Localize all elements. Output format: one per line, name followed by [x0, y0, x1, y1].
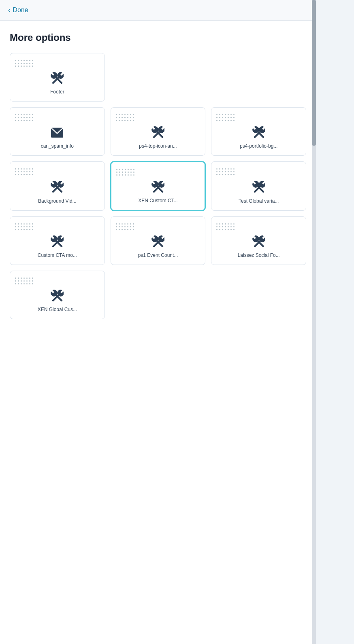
module-card-ps1-event[interactable]: ps1 Event Count... — [111, 216, 206, 265]
back-button[interactable]: ‹ Done — [8, 6, 28, 14]
tools-icon — [252, 235, 265, 248]
module-card-background-vid[interactable]: Background Vid... — [10, 161, 105, 211]
tools-icon — [252, 180, 265, 194]
tools-icon — [151, 126, 164, 139]
module-card-footer[interactable]: Footer — [10, 53, 105, 102]
drag-handle — [216, 114, 235, 121]
module-row-2: Background Vid... XEN Custom CT... — [10, 161, 306, 211]
module-label-bg-vid: Background Vid... — [38, 198, 77, 205]
drag-handle — [216, 168, 235, 176]
module-card-custom-cta[interactable]: Custom CTA mo... — [10, 216, 105, 265]
module-card-can-spam-info[interactable]: can_spam_info — [10, 107, 105, 156]
tools-icon — [151, 235, 164, 248]
module-label-test-global: Test Global varia... — [239, 198, 279, 205]
tools-icon — [51, 180, 64, 194]
drag-handle — [216, 223, 235, 231]
module-card-ps4-portfolio[interactable]: ps4-portfolio-bg... — [211, 107, 306, 156]
module-label-can-spam: can_spam_info — [41, 143, 74, 150]
scrollbar[interactable] — [312, 0, 316, 644]
module-label-ps4-top: ps4-top-icon-an... — [139, 143, 177, 150]
drag-handle — [15, 278, 34, 285]
module-card-laissez-social[interactable]: Laissez Social Fo... — [211, 216, 306, 265]
module-label-ps4-portfolio: ps4-portfolio-bg... — [240, 143, 277, 150]
drag-handle — [116, 114, 134, 121]
tools-icon — [51, 235, 64, 248]
main-content: More options Footer — [0, 21, 316, 336]
email-icon — [51, 126, 64, 139]
module-label-xen-global: XEN Global Cus... — [38, 307, 77, 313]
tools-icon — [51, 72, 64, 85]
module-label-footer: Footer — [50, 89, 64, 95]
module-card-ps4-top-icon[interactable]: ps4-top-icon-an... — [111, 107, 206, 156]
drag-handle — [116, 223, 134, 231]
back-label: Done — [13, 6, 28, 14]
drag-handle — [15, 114, 34, 121]
page-wrapper: ‹ Done More options Footer — [0, 0, 316, 644]
page-title: More options — [10, 32, 306, 43]
module-label-ps1-event: ps1 Event Count... — [138, 252, 178, 259]
scrollbar-thumb[interactable] — [312, 0, 316, 146]
module-card-xen-global[interactable]: XEN Global Cus... — [10, 271, 105, 319]
module-row-4: XEN Global Cus... — [10, 271, 306, 319]
module-label-xen-custom: XEN Custom CT... — [138, 198, 177, 204]
drag-handle — [15, 60, 34, 67]
module-row-3: Custom CTA mo... ps1 Event Count... — [10, 216, 306, 265]
module-card-test-global[interactable]: Test Global varia... — [211, 161, 306, 211]
back-chevron-icon: ‹ — [8, 6, 10, 14]
module-card-xen-custom[interactable]: XEN Custom CT... — [111, 161, 206, 211]
drag-handle — [15, 223, 34, 231]
module-row-0: Footer — [10, 53, 306, 102]
module-label-laissez-social: Laissez Social Fo... — [238, 252, 280, 259]
module-label-custom-cta: Custom CTA mo... — [38, 252, 77, 259]
tools-icon — [51, 290, 64, 303]
drag-handle — [15, 168, 34, 176]
drag-handle — [116, 169, 135, 176]
tools-icon — [151, 181, 164, 194]
header: ‹ Done — [0, 0, 316, 21]
module-row-1: can_spam_info ps4-top-icon-an... — [10, 107, 306, 156]
tools-icon — [252, 126, 265, 139]
